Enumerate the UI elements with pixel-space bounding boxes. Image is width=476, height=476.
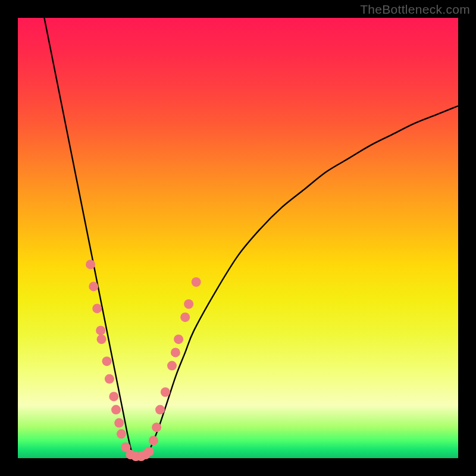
chart-frame: TheBottleneck.com: [0, 0, 476, 476]
highlight-dot: [114, 418, 124, 428]
bottleneck-curve: [44, 18, 458, 459]
highlight-dot: [180, 312, 190, 322]
highlight-dot: [89, 281, 98, 291]
highlight-dot: [96, 325, 105, 335]
highlight-dot: [192, 277, 201, 287]
highlight-dot: [117, 429, 126, 439]
chart-svg: [18, 18, 458, 458]
highlight-dot: [161, 387, 170, 397]
highlight-dot: [86, 259, 95, 269]
highlight-dot: [171, 347, 180, 357]
highlight-dots: [86, 259, 201, 461]
highlight-dot: [145, 447, 154, 456]
highlight-dot: [97, 334, 107, 344]
highlight-dot: [184, 299, 193, 309]
highlight-dot: [174, 334, 183, 344]
highlight-dot: [152, 422, 161, 432]
highlight-dot: [111, 405, 121, 415]
watermark-text: TheBottleneck.com: [360, 2, 470, 17]
plot-area: [18, 18, 458, 458]
highlight-dot: [149, 436, 158, 445]
highlight-dot: [167, 361, 177, 371]
highlight-dot: [92, 303, 102, 313]
highlight-dot: [155, 405, 165, 415]
highlight-dot: [109, 392, 118, 401]
highlight-dot: [105, 374, 114, 384]
highlight-dot: [102, 356, 111, 366]
